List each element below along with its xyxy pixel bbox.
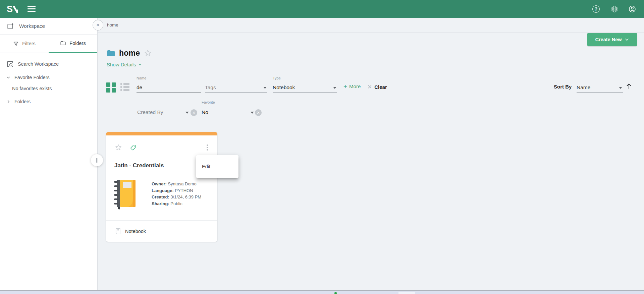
filter-funnel-icon [13,41,19,47]
sidebar-resize-handle[interactable] [91,154,103,166]
tab-filters[interactable]: Filters [0,35,49,53]
detail-sharing: Sharing: Public [152,200,201,207]
card-favorite-star-icon[interactable] [115,144,122,151]
plus-icon: + [343,84,347,89]
clear-x-icon: ✕ [367,83,372,91]
dropdown-arrow-icon [619,87,622,89]
sort-by-label: Sort By [554,84,572,90]
menu-icon[interactable] [28,6,36,12]
settings-gear-icon[interactable] [609,4,619,14]
favorite-filter-select[interactable]: No [202,108,255,117]
more-filters-button[interactable]: + More [343,83,361,89]
favorite-filter-label: Favorite [202,100,215,104]
favorite-star-icon[interactable] [144,49,152,57]
card-footer: Notebook [106,220,217,242]
collapse-sidebar-button[interactable]: « [93,20,103,31]
chevron-down-icon [6,75,10,79]
tab-folders[interactable]: Folders [49,35,97,53]
workspace-header[interactable]: Workspace [0,18,97,35]
folder-tab-icon [60,40,66,46]
arrow-up-icon [625,82,633,90]
card-accent-bar [106,132,217,135]
breadcrumb[interactable]: home [107,22,118,27]
main-content: home Show Details Create New Name Tags T… [98,33,644,290]
card-body: Owner: Syntasa Demo Language: PYTHON Cre… [114,179,201,210]
logo-letter: S [7,5,12,13]
chevron-down-icon [138,63,142,66]
grid-view-button[interactable] [106,82,116,93]
book-icon [115,228,121,235]
show-details-toggle[interactable]: Show Details [107,62,142,67]
help-icon[interactable]: ? [591,4,601,14]
name-filter-input[interactable] [137,84,201,91]
no-favorites-text: No favorites exists [12,84,52,93]
list-view-button[interactable] [120,83,129,91]
sort-direction-button[interactable] [625,82,633,91]
clear-filters-button[interactable]: ✕ Clear [367,83,387,91]
sort-by-select[interactable]: Name [577,83,623,93]
name-filter-field [137,83,201,93]
dropdown-arrow-icon [333,87,336,89]
sidebar-item-favorite-folders[interactable]: Favorite Folders [0,73,97,82]
logo-slash-icon [13,6,18,13]
sidebar: Workspace Filters Folders Search Workspa… [0,18,98,290]
dropdown-arrow-icon [185,112,189,114]
page-title-row: home [107,49,152,58]
folder-icon [107,50,115,57]
dropdown-arrow-icon [251,112,254,114]
breadcrumb-bar: « home [98,18,644,33]
card-details: Owner: Syntasa Demo Language: PYTHON Cre… [152,179,201,210]
create-new-button[interactable]: Create New [587,33,637,46]
search-workspace-icon [6,60,14,68]
created-by-filter-select[interactable]: Created By [137,108,190,117]
card-icon-row [115,143,209,152]
chevron-right-icon [6,100,10,104]
sidebar-item-folders[interactable]: Folders [0,97,97,106]
type-filter-label: Type [273,76,281,80]
remove-created-by-filter-icon[interactable]: ✕ [191,109,197,116]
menu-item-edit[interactable]: Edit [196,155,238,178]
tags-filter-select[interactable]: Tags [205,83,267,93]
taskbar-widget [398,292,415,294]
chevron-down-icon [625,38,629,41]
account-icon[interactable] [627,4,637,14]
taskbar-edge [0,290,644,294]
notebook-card[interactable]: Jatin - Credentials Owner: [106,132,217,242]
type-filter-select[interactable]: Notebook [273,83,337,93]
kebab-menu-icon[interactable] [205,143,209,152]
sidebar-tabs: Filters Folders [0,35,97,53]
dropdown-arrow-icon [263,87,267,89]
tag-icon[interactable] [130,144,137,151]
card-type-label: Notebook [125,229,146,234]
workspace-icon [7,22,14,30]
card-context-menu: Edit [196,155,238,178]
search-workspace-item[interactable]: Search Workspace [0,60,97,68]
page-title: home [119,49,140,58]
card-title: Jatin - Credentials [114,162,164,169]
notebook-thumbnail [114,179,137,210]
detail-created: Created: 3/1/24, 6:39 PM [152,194,201,200]
taskbar-dot [334,292,337,294]
detail-language: Language: PYTHON [152,187,201,194]
sidebar-title: Workspace [19,23,45,29]
remove-favorite-filter-icon[interactable]: ✕ [255,109,262,116]
detail-owner: Owner: Syntasa Demo [152,181,201,187]
syntasa-logo[interactable]: S [7,5,18,13]
top-bar: S ? [0,0,644,18]
name-filter-label: Name [137,76,146,80]
